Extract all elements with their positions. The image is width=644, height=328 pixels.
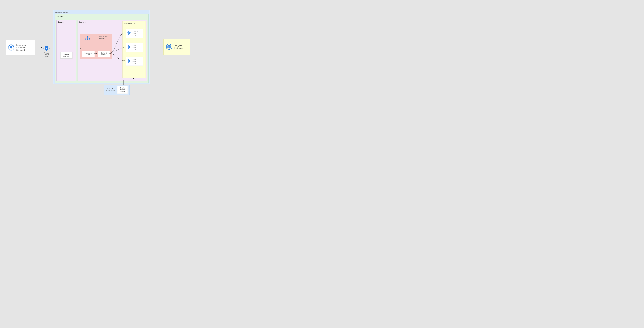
- consumer-project-container: Consumer Project us-central1 Subnet-1 Se…: [53, 10, 150, 84]
- proxy-box: AlloyDB Auth Proxy: [126, 29, 143, 38]
- svg-point-5: [43, 48, 44, 49]
- subnet-1-title: Subnet-1: [56, 20, 76, 24]
- svg-point-6: [49, 48, 50, 49]
- integration-connector-label: Integration Connector Connection: [16, 44, 27, 52]
- psc-label: Private Service Connect: [42, 52, 50, 58]
- svg-rect-3: [12, 46, 12, 47]
- cpu-icon: [127, 59, 132, 64]
- svg-rect-10: [87, 36, 88, 37]
- svg-rect-48: [128, 60, 130, 62]
- region-title: us-central1: [56, 15, 147, 18]
- integration-connector-box: Integration Connector Connection: [6, 40, 35, 56]
- svg-rect-13: [89, 39, 90, 40]
- load-balancer-container: L4 Internal Load Balancer Forwarding Rul…: [80, 34, 112, 59]
- svg-rect-20: [128, 33, 130, 34]
- alloydb-icon: [166, 43, 172, 51]
- load-balancer-title: L4 Internal Load Balancer: [94, 36, 111, 40]
- health-check-ips: 130.211.0.0/22 35.191.0.0/16: [106, 88, 116, 92]
- health-check-prober-box: Health Check Prober: [117, 86, 128, 94]
- svg-rect-1: [10, 46, 12, 48]
- alloydb-instance-box: AlloyDB Instance: [164, 39, 190, 55]
- svg-rect-12: [87, 39, 88, 40]
- connector-icon: [8, 44, 14, 51]
- proxy-box: AlloyDB Auth Proxy: [126, 57, 143, 66]
- cpu-icon: [127, 45, 132, 50]
- svg-rect-4: [11, 48, 12, 49]
- alloydb-label: AlloyDB Instance: [174, 44, 183, 50]
- instance-group-title: Instance Group: [122, 21, 146, 26]
- shield-icon: [42, 49, 50, 52]
- health-check-container: 130.211.0.0/22 35.191.0.0/16 Health Chec…: [104, 85, 130, 95]
- private-service-connect: Private Service Connect: [42, 45, 50, 59]
- proxy-label: AlloyDB Auth Proxy: [132, 45, 138, 50]
- service-attachment-box: Service Attachment: [60, 52, 72, 59]
- proxy-label: AlloyDB Auth Proxy: [132, 58, 138, 64]
- subnet-2-container: Subnet-2 L4 Internal Load B: [78, 20, 147, 81]
- load-balancer-icon: [84, 36, 91, 41]
- backend-service-box: Backend Service: [98, 51, 110, 57]
- svg-rect-2: [10, 46, 11, 47]
- instance-group-container: Instance Group: [122, 21, 146, 78]
- proxy-label: AlloyDB Auth Proxy: [132, 31, 138, 36]
- forwarding-rule-box: Forwarding Rule: [82, 51, 94, 57]
- cpu-icon: [127, 31, 132, 36]
- subnet-1-container: Subnet-1 Service Attachment: [56, 20, 76, 81]
- proxy-box: AlloyDB Auth Proxy: [126, 43, 143, 52]
- region-container: us-central1 Subnet-1 Service Attachment …: [55, 14, 148, 83]
- svg-rect-11: [85, 39, 86, 40]
- svg-rect-34: [128, 46, 130, 48]
- consumer-project-title: Consumer Project: [55, 11, 148, 14]
